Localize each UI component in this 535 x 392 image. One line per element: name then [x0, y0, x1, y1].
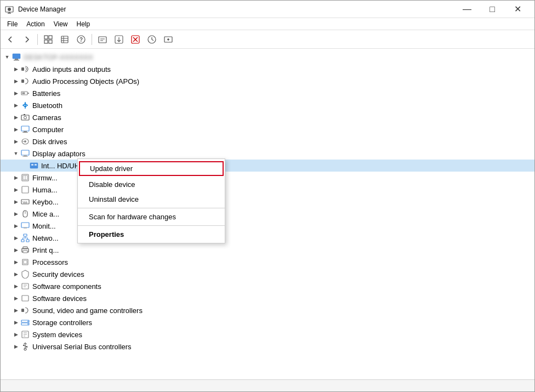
- expand-network[interactable]: ▶: [12, 234, 20, 242]
- tree-item-storage[interactable]: ▶ Storage controllers: [1, 316, 534, 328]
- bluetooth-icon: [20, 100, 30, 110]
- menu-file[interactable]: File: [3, 19, 22, 29]
- tree-item-root[interactable]: ▼ DESKTOP-XXXXXXX: [1, 51, 534, 63]
- tree-item-batteries[interactable]: ▶ Batteries: [1, 87, 534, 99]
- expand-security[interactable]: ▶: [12, 270, 20, 279]
- ctx-scan[interactable]: Scan for hardware changes: [78, 209, 225, 224]
- expand-cameras[interactable]: ▶: [12, 113, 20, 122]
- tree-item-bluetooth[interactable]: ▶ Bluetooth: [1, 99, 534, 111]
- ctx-sep-2: [78, 225, 225, 226]
- expand-print[interactable]: ▶: [12, 246, 20, 254]
- svg-rect-69: [23, 251, 27, 253]
- tree-item-security[interactable]: ▶ Security devices: [1, 268, 534, 280]
- tree-item-display[interactable]: ▼ Display adaptors: [1, 147, 534, 160]
- expand-human[interactable]: ▶: [12, 185, 20, 194]
- audio-label: Audio inputs and outputs: [32, 65, 111, 73]
- expand-gpu[interactable]: [20, 161, 29, 170]
- tree-item-audio[interactable]: ▶ Audio inputs and outputs: [1, 63, 534, 75]
- toolbar-update-driver[interactable]: [111, 32, 127, 47]
- expand-system[interactable]: ▶: [12, 330, 20, 339]
- expand-display[interactable]: ▼: [12, 149, 20, 158]
- expand-software-dev[interactable]: ▶: [12, 294, 20, 303]
- display-label: Display adaptors: [32, 150, 86, 158]
- ctx-disable-device[interactable]: Disable device: [78, 177, 225, 192]
- display-icon: [20, 149, 30, 158]
- toolbar-uninstall[interactable]: [128, 32, 143, 47]
- expand-usb[interactable]: ▶: [12, 342, 20, 351]
- toolbar-help[interactable]: ?: [73, 32, 89, 47]
- human-label: Huma...: [32, 186, 58, 194]
- svg-rect-5: [49, 36, 52, 39]
- tree-item-system[interactable]: ▶ System devices: [1, 328, 534, 340]
- expand-mice[interactable]: ▶: [12, 209, 20, 218]
- expand-processors[interactable]: ▶: [12, 258, 20, 266]
- window-title: Device Manager: [18, 5, 454, 13]
- toolbar-add-legacy[interactable]: [161, 32, 176, 47]
- toolbar-back[interactable]: [3, 32, 18, 47]
- software-dev-icon: [20, 293, 30, 303]
- tree-item-usb[interactable]: ▶ Universal Serial Bus controllers: [1, 340, 534, 353]
- expand-firmware[interactable]: ▶: [12, 173, 20, 182]
- menu-help[interactable]: Help: [72, 19, 95, 29]
- expand-disk[interactable]: ▶: [12, 137, 20, 146]
- software-dev-label: Software devices: [32, 294, 87, 303]
- svg-rect-28: [21, 67, 24, 71]
- expand-monitors[interactable]: ▶: [12, 221, 20, 230]
- tree-item-processors[interactable]: ▶ Processors: [1, 256, 534, 268]
- maximize-button[interactable]: □: [480, 1, 505, 18]
- svg-rect-76: [21, 309, 24, 312]
- expand-apo[interactable]: ▶: [12, 77, 20, 86]
- minimize-button[interactable]: —: [454, 1, 480, 18]
- toolbar-show-hidden[interactable]: [41, 32, 56, 47]
- root-label: DESKTOP-XXXXXXX: [24, 53, 93, 61]
- tree-item-software-dev[interactable]: ▶ Software devices: [1, 292, 534, 304]
- menu-action[interactable]: Action: [22, 19, 49, 29]
- monitors-label: Monit...: [32, 222, 56, 230]
- toolbar-properties[interactable]: [95, 32, 110, 47]
- ctx-properties[interactable]: Properties: [78, 227, 225, 242]
- tree-item-apo[interactable]: ▶ Audio Processing Objects (APOs): [1, 75, 534, 87]
- toolbar-scan[interactable]: [144, 32, 160, 47]
- computer-icon: [20, 124, 30, 134]
- expand-sound[interactable]: ▶: [12, 306, 20, 315]
- tree-item-computer[interactable]: ▶ Computer: [1, 123, 534, 135]
- svg-rect-51: [22, 186, 29, 193]
- usb-icon: [20, 342, 30, 351]
- svg-rect-52: [21, 200, 29, 204]
- processors-label: Processors: [32, 258, 68, 266]
- close-button[interactable]: ✕: [505, 1, 530, 18]
- tree-item-software-comp[interactable]: ▶ Software components: [1, 280, 534, 292]
- svg-rect-87: [23, 345, 24, 346]
- menu-view[interactable]: View: [49, 19, 72, 29]
- toolbar-show-connection[interactable]: [57, 32, 72, 47]
- expand-audio[interactable]: ▶: [12, 65, 20, 73]
- expand-batteries[interactable]: ▶: [12, 89, 20, 98]
- cameras-icon: [20, 112, 30, 122]
- tree-item-cameras[interactable]: ▶ Cameras: [1, 111, 534, 123]
- device-tree[interactable]: ▼ DESKTOP-XXXXXXX ▶: [1, 49, 534, 379]
- tree-item-print[interactable]: ▶ Print q...: [1, 244, 534, 256]
- system-icon: [20, 329, 30, 339]
- toolbar-sep-1: [37, 34, 38, 45]
- usb-label: Universal Serial Bus controllers: [32, 343, 132, 351]
- ctx-uninstall-device[interactable]: Uninstall device: [78, 192, 225, 207]
- expand-root[interactable]: ▼: [3, 53, 12, 61]
- expand-bluetooth[interactable]: ▶: [12, 101, 20, 110]
- expand-keyboard[interactable]: ▶: [12, 197, 20, 206]
- expand-storage[interactable]: ▶: [12, 318, 20, 327]
- svg-rect-46: [31, 164, 33, 166]
- expand-computer[interactable]: ▶: [12, 125, 20, 134]
- svg-point-40: [24, 140, 26, 143]
- cameras-label: Cameras: [32, 113, 61, 122]
- svg-rect-47: [35, 164, 37, 166]
- svg-rect-26: [15, 59, 18, 60]
- toolbar-forward[interactable]: [19, 32, 35, 47]
- expand-software-comp[interactable]: ▶: [12, 282, 20, 291]
- disk-label: Disk drives: [32, 138, 67, 146]
- monitors-icon: [20, 221, 30, 231]
- tree-item-disk[interactable]: ▶ Disk drives: [1, 135, 534, 147]
- ctx-update-driver[interactable]: Update driver: [79, 161, 224, 176]
- tree-item-sound[interactable]: ▶ Sound, video and game controllers: [1, 304, 534, 316]
- security-icon: [20, 269, 30, 279]
- svg-rect-70: [22, 259, 28, 265]
